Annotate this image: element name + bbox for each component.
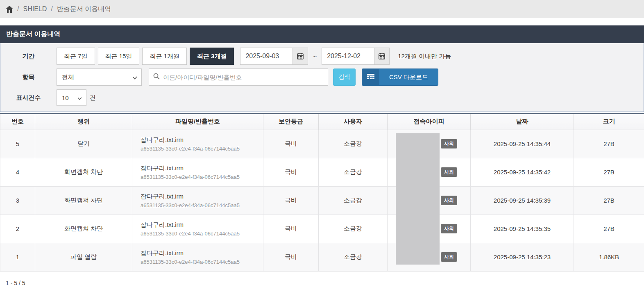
table-row: 3 화면캡쳐 차단 잡다구리.txt.irm a6531135-33c0-e2e… bbox=[0, 186, 644, 215]
cell-security-level: 극비 bbox=[263, 130, 319, 158]
date-range-separator: ~ bbox=[313, 53, 317, 60]
cell-user: 소금강 bbox=[319, 158, 388, 186]
period-label: 기간 bbox=[0, 53, 57, 60]
cell-size: 27B bbox=[574, 158, 644, 186]
external-badge: 사외 bbox=[441, 167, 457, 177]
table-row: 4 화면캡쳐 차단 잡다구리.txt.irm a6531135-33c0-e2e… bbox=[0, 158, 644, 186]
category-select[interactable]: 전체 bbox=[57, 69, 142, 86]
table-row: 1 파일 열람 잡다구리.txt.irm a6531135-33c0-e2e4-… bbox=[0, 243, 644, 271]
period-preset-button[interactable]: 최근 3개월 bbox=[190, 48, 234, 65]
search-box bbox=[149, 69, 328, 86]
file-name: 잡다구리.txt.irm bbox=[141, 221, 263, 229]
cell-action: 파일 열람 bbox=[35, 243, 132, 271]
search-icon bbox=[153, 73, 160, 81]
cell-size: 1.86KB bbox=[574, 243, 644, 271]
file-name: 잡다구리.txt.irm bbox=[141, 164, 263, 172]
external-badge: 사외 bbox=[441, 224, 457, 233]
cell-action: 닫기 bbox=[35, 130, 132, 158]
cell-file: 잡다구리.txt.irm a6531135-33c0-e2e4-f34a-06c… bbox=[132, 243, 263, 271]
file-name: 잡다구리.txt.irm bbox=[141, 136, 263, 144]
export-number: a6531135-33c0-e2e4-f34a-06c7144c5aa5 bbox=[141, 146, 263, 152]
category-filter-row: 항목 전체 검색 CS bbox=[0, 69, 644, 86]
csv-button-label: CSV 다운로드 bbox=[379, 69, 438, 85]
page-size-unit: 건 bbox=[90, 94, 96, 102]
file-name: 잡다구리.txt.irm bbox=[141, 193, 263, 201]
search-button[interactable]: 검색 bbox=[333, 69, 356, 86]
external-badge: 사외 bbox=[441, 139, 457, 148]
usage-table: 번호 행위 파일명/반출번호 보안등급 사용자 접속아이피 날짜 크기 5 닫기 bbox=[0, 113, 644, 272]
table-row: 2 화면캡쳐 차단 잡다구리.txt.irm a6531135-33c0-e2e… bbox=[0, 215, 644, 243]
page-title: 반출문서 이용내역 bbox=[0, 25, 644, 43]
cell-user: 소금강 bbox=[319, 186, 388, 215]
cell-user: 소금강 bbox=[319, 215, 388, 243]
external-badge: 사외 bbox=[441, 196, 457, 205]
page-size-row: 표시건수 10 건 bbox=[0, 89, 644, 106]
export-number: a6531135-33c0-e2e4-f34a-06c7144c5aa5 bbox=[141, 202, 263, 208]
period-preset-button[interactable]: 최근 1개월 bbox=[142, 48, 187, 65]
column-header-action: 행위 bbox=[35, 114, 132, 130]
cell-no: 3 bbox=[0, 186, 35, 215]
cell-date: 2025-09-25 14:35:35 bbox=[471, 215, 574, 243]
cell-date: 2025-09-25 14:35:44 bbox=[471, 130, 574, 158]
breadcrumb-item-shield[interactable]: SHIELD bbox=[23, 5, 47, 13]
cell-security-level: 극비 bbox=[263, 158, 319, 186]
period-range-note: 12개월 이내만 가능 bbox=[398, 53, 451, 60]
period-preset-button[interactable]: 최근 15일 bbox=[98, 48, 140, 65]
cell-file: 잡다구리.txt.irm a6531135-33c0-e2e4-f34a-06c… bbox=[132, 186, 263, 215]
cell-date: 2025-09-25 14:35:39 bbox=[471, 186, 574, 215]
chevron-down-icon bbox=[77, 94, 82, 101]
cell-no: 1 bbox=[0, 243, 35, 271]
table-grid-icon bbox=[362, 69, 379, 85]
cell-security-level: 극비 bbox=[263, 215, 319, 243]
column-header-user: 사용자 bbox=[319, 114, 388, 130]
column-header-file: 파일명/반출번호 bbox=[132, 114, 263, 130]
cell-security-level: 극비 bbox=[263, 186, 319, 215]
cell-user: 소금강 bbox=[319, 130, 388, 158]
table-header-row: 번호 행위 파일명/반출번호 보안등급 사용자 접속아이피 날짜 크기 bbox=[0, 114, 644, 130]
chevron-down-icon bbox=[132, 74, 137, 81]
cell-no: 4 bbox=[0, 158, 35, 186]
period-preset-button[interactable]: 최근 7일 bbox=[57, 48, 95, 65]
export-usage-panel: 반출문서 이용내역 기간 최근 7일 최근 15일 최근 1개월 최근 3개월 bbox=[0, 25, 644, 112]
export-number: a6531135-33c0-e2e4-f34a-06c7144c5aa5 bbox=[141, 231, 263, 237]
category-label: 항목 bbox=[0, 73, 57, 81]
cell-security-level: 극비 bbox=[263, 243, 319, 271]
date-to-field bbox=[322, 48, 390, 65]
ip-redaction-block bbox=[396, 133, 440, 265]
cell-no: 5 bbox=[0, 130, 35, 158]
cell-date: 2025-09-25 14:35:42 bbox=[471, 158, 574, 186]
column-header-date: 날짜 bbox=[471, 114, 574, 130]
external-badge: 사외 bbox=[441, 252, 457, 262]
filter-panel: 기간 최근 7일 최근 15일 최근 1개월 최근 3개월 ~ bbox=[0, 43, 644, 112]
period-filter-row: 기간 최근 7일 최근 15일 최근 1개월 최근 3개월 ~ bbox=[0, 48, 644, 65]
page-size-label: 표시건수 bbox=[0, 94, 57, 102]
page-size-select[interactable]: 10 bbox=[57, 89, 86, 106]
cell-file: 잡다구리.txt.irm a6531135-33c0-e2e4-f34a-06c… bbox=[132, 215, 263, 243]
cell-size: 27B bbox=[574, 215, 644, 243]
export-number: a6531135-33c0-e2e4-f34a-06c7144c5aa5 bbox=[141, 174, 263, 180]
calendar-icon[interactable] bbox=[374, 48, 390, 65]
page-size-selected-option: 10 bbox=[62, 94, 69, 101]
record-range: 1 - 5 / 5 bbox=[0, 272, 644, 286]
usage-table-wrap: 번호 행위 파일명/반출번호 보안등급 사용자 접속아이피 날짜 크기 5 닫기 bbox=[0, 113, 644, 272]
cell-user: 소금강 bbox=[319, 243, 388, 271]
column-header-security: 보안등급 bbox=[263, 114, 319, 130]
column-header-ip: 접속아이피 bbox=[388, 114, 471, 130]
cell-size: 27B bbox=[574, 186, 644, 215]
page: / SHIELD / 반출문서 이용내역 반출문서 이용내역 기간 최근 7일 … bbox=[0, 0, 644, 290]
cell-date: 2025-09-25 14:35:23 bbox=[471, 243, 574, 271]
search-input[interactable] bbox=[163, 74, 324, 81]
export-number: a6531135-33c0-e2e4-f34a-06c7144c5aa5 bbox=[141, 259, 263, 265]
home-icon[interactable] bbox=[6, 6, 13, 13]
file-name: 잡다구리.txt.irm bbox=[141, 249, 263, 257]
cell-file: 잡다구리.txt.irm a6531135-33c0-e2e4-f34a-06c… bbox=[132, 130, 263, 158]
cell-action: 화면캡쳐 차단 bbox=[35, 186, 132, 215]
csv-download-button[interactable]: CSV 다운로드 bbox=[362, 69, 438, 86]
date-from-input[interactable] bbox=[240, 48, 293, 65]
date-to-input[interactable] bbox=[322, 48, 374, 65]
breadcrumb-item-current: 반출문서 이용내역 bbox=[57, 5, 111, 14]
calendar-icon[interactable] bbox=[293, 48, 308, 65]
cell-file: 잡다구리.txt.irm a6531135-33c0-e2e4-f34a-06c… bbox=[132, 158, 263, 186]
table-row: 5 닫기 잡다구리.txt.irm a6531135-33c0-e2e4-f34… bbox=[0, 130, 644, 158]
breadcrumb: / SHIELD / 반출문서 이용내역 bbox=[0, 0, 644, 18]
